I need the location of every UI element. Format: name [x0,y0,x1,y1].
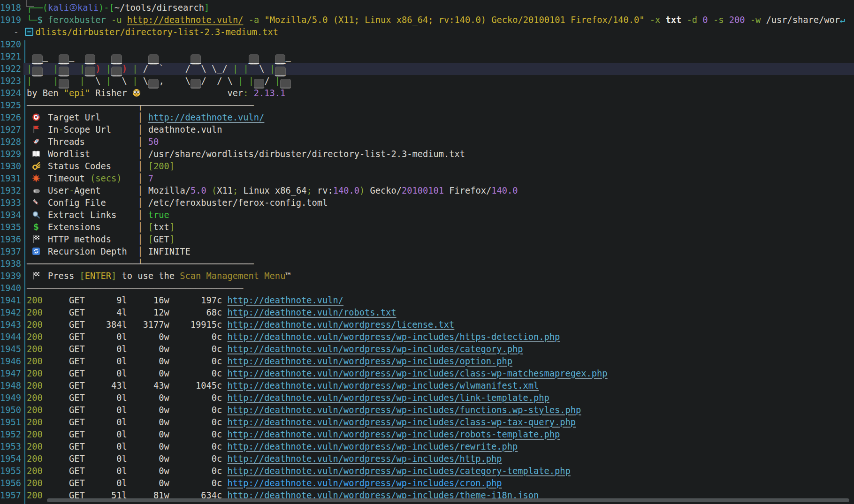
line-number[interactable]: 1932 [0,185,19,197]
line-number[interactable]: 1957 [0,489,19,502]
line-number[interactable]: 1925 [0,99,19,112]
recursion-icon [32,247,43,256]
result-url-link[interactable]: http://deathnote.vuln/wordpress/wp-inclu… [228,454,502,464]
line-content: Press [ENTER] to use the Scan Management… [27,270,291,282]
line-number[interactable]: 1935 [0,221,19,233]
line-number[interactable]: 1949 [0,392,19,404]
line-number[interactable]: 1937 [0,246,19,258]
result-url-link[interactable]: http://deathnote.vuln/wordpress/wp-inclu… [228,332,560,342]
text-segment: | [53,76,58,86]
result-url-link[interactable]: http://deathnote.vuln/wordpress/wp-inclu… [228,393,549,403]
result-url-link[interactable]: http://deathnote.vuln/robots.txt [228,308,396,317]
fold-collapse-icon[interactable] [25,28,36,37]
result-url-link[interactable]: http://deathnote.vuln/wordpress/wp-inclu… [228,356,513,366]
result-url-link[interactable]: http://deathnote.vuln/wordpress/wp-inclu… [228,369,608,378]
text-segment: GET 0l 0w 0c [43,393,228,403]
result-url-link[interactable]: http://deathnote.vuln/wordpress/wp-inclu… [228,381,539,391]
text-segment: 200 [27,429,43,439]
line-number[interactable]: 1928 [0,136,19,148]
text-segment: ] [204,3,209,13]
text-segment [27,222,32,232]
text-segment [111,161,137,171]
text-segment: | [275,76,280,86]
result-url-link[interactable]: http://deathnote.vuln/wordpress/wp-inclu… [228,344,523,354]
line-number[interactable]: 1923 [0,75,19,87]
horizontal-scrollbar[interactable] [47,498,849,502]
line-number[interactable]: 1931 [0,173,19,185]
dollar-icon: $ [32,223,43,232]
result-url-link[interactable]: http://deathnote.vuln/wordpress/license.… [228,320,455,330]
line-number[interactable]: 1946 [0,355,19,368]
line-number[interactable]: 1929 [0,148,19,160]
line-number[interactable]: 1944 [0,331,19,343]
text-segment: 200 [27,356,43,366]
line-number[interactable]: 1936 [0,233,19,246]
ok-hand-icon [32,162,43,171]
line-number[interactable]: 1939 [0,270,19,282]
line-number[interactable]: - [0,26,19,38]
line-number[interactable]: 1950 [0,404,19,416]
line-number[interactable]: 1952 [0,429,19,441]
target-url-link[interactable]: http://deathnote.vuln/ [148,113,265,122]
result-url-link-hovered[interactable]: http://deathnote.vuln/wordpress/wp-inclu… [228,478,502,488]
line-number[interactable]: 1942 [0,307,19,319]
text-segment: GET 9l 16w 197c [43,295,228,305]
line-number[interactable]: 1953 [0,441,19,453]
line-content: Threads │ 50 [27,136,159,148]
text-segment [27,210,32,220]
result-url-link[interactable]: http://deathnote.vuln/wordpress/wp-inclu… [228,405,581,415]
prompt-line: 1918┌──(kalikali)-[~/tools/dirsearch] [0,2,854,14]
result-row: 1943200 GET 384l 3177w 19915c http://dea… [0,319,854,331]
text-segment: 200 [27,332,43,342]
text-segment [243,15,248,25]
line-number[interactable]: 1940 [0,282,19,294]
book-icon [32,150,43,159]
command-line: 1919└─$ feroxbuster -u http://deathnote.… [0,14,854,26]
text-segment: Extract Links [48,210,116,220]
line-number[interactable]: 1954 [0,453,19,465]
line-number[interactable]: 1951 [0,416,19,429]
text-segment: │ [137,210,143,220]
line-number[interactable]: 1943 [0,319,19,331]
line-number[interactable]: 1926 [0,112,19,124]
text-segment: - [69,186,74,196]
line-number[interactable]: 1945 [0,343,19,355]
line-number[interactable]: 1922 [0,63,19,75]
result-url-link[interactable]: http://deathnote.vuln/ [228,295,344,305]
magnifier-icon [32,211,43,220]
line-number[interactable]: 1921 [0,51,19,63]
result-url-link[interactable]: http://deathnote.vuln/wordpress/wp-inclu… [228,417,576,427]
text-segment: , \ [159,76,191,86]
line-content: Status Codes │ [200] [27,160,175,173]
text-segment: [ [109,3,114,13]
result-url-link[interactable]: http://deathnote.vuln/wordpress/wp-inclu… [228,442,518,451]
line-number[interactable]: 1934 [0,209,19,221]
line-number[interactable]: 1919 [0,14,19,26]
result-url-link[interactable]: http://deathnote.vuln/wordpress/wp-inclu… [228,429,560,439]
line-number[interactable]: 1924 [0,87,19,99]
text-segment [43,137,48,147]
config-row-status-codes: 1930 Status Codes │ [200] [0,160,854,173]
target-icon [32,113,43,122]
text-segment [90,149,137,159]
text-segment [122,173,138,183]
result-row: 1945200 GET 0l 0w 0c http://deathnote.vu… [0,343,854,355]
line-number[interactable]: 1930 [0,160,19,173]
line-number[interactable]: 1927 [0,124,19,136]
line-number[interactable]: 1956 [0,477,19,489]
text-segment: | [53,64,58,74]
line-number[interactable]: 1938 [0,258,19,270]
line-number[interactable]: 1941 [0,294,19,307]
text-segment [259,15,264,25]
result-url-link[interactable]: http://deathnote.vuln/wordpress/wp-inclu… [228,466,571,476]
line-number[interactable]: 1948 [0,380,19,392]
line-number[interactable]: 1920 [0,38,19,51]
line-content: ─────────────────────┬──────────────────… [27,99,254,112]
line-number[interactable]: 1947 [0,368,19,380]
text-segment [43,173,48,183]
text-segment: Scope Url [64,125,111,135]
line-number[interactable]: 1933 [0,197,19,209]
line-number[interactable]: 1955 [0,465,19,477]
text-segment: [ [80,271,85,281]
line-number[interactable]: 1918 [0,2,19,14]
